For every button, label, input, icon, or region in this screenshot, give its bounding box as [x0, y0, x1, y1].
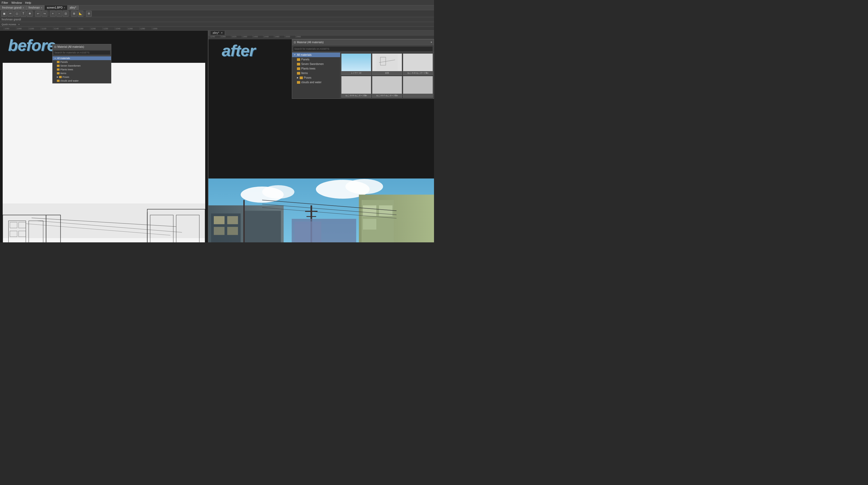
- tool-grid[interactable]: ⊞: [71, 11, 77, 17]
- folder-icon: [297, 58, 300, 61]
- material-panel-main: ⊡ Material (All materials) × ▼ All mater…: [292, 39, 434, 99]
- ruler-tick: 1100: [28, 27, 41, 30]
- ruler-tick: 1140: [53, 27, 65, 30]
- close-icon[interactable]: ×: [18, 23, 20, 26]
- material-search-input[interactable]: [293, 46, 433, 52]
- material-panel-header: ⊡ Material (All materials) ×: [292, 39, 434, 45]
- svg-rect-36: [214, 216, 224, 224]
- popup-all-materials[interactable]: ▼ All materials: [53, 56, 111, 60]
- thumb-label-1: レイヤー 10: [341, 71, 371, 75]
- menu-window[interactable]: Window: [11, 1, 22, 4]
- tree-item-plants[interactable]: Plants trees: [292, 66, 340, 71]
- popup-tree-clouds[interactable]: clouds and water: [53, 79, 111, 83]
- svg-point-32: [345, 179, 383, 194]
- folder-icon-p6: [57, 80, 60, 82]
- popup-tree: ▼ All materials Panels Seven Swordsmen P…: [53, 56, 111, 83]
- poses-label: Poses: [304, 76, 311, 79]
- menu-filter[interactable]: Filter: [2, 1, 8, 4]
- tool-ruler[interactable]: 📐: [78, 11, 84, 17]
- svg-rect-35: [243, 211, 281, 242]
- popup-all-label: All materials: [57, 57, 70, 60]
- material-thumb-1[interactable]: レイヤー 10: [341, 53, 371, 75]
- thumb-img-1: [341, 54, 371, 71]
- thumb-img-6: [403, 76, 433, 94]
- tool-fit[interactable]: ⊡: [63, 11, 69, 17]
- folder-icon-plants: [297, 67, 300, 70]
- popup-header: ⊡ Material (All materials): [53, 44, 111, 50]
- thumb-label-6: [403, 94, 433, 95]
- lineart-canvas[interactable]: [3, 63, 205, 242]
- popup-tree-seven[interactable]: Seven Swordsmen: [53, 64, 111, 68]
- all-materials-item[interactable]: ▼ All materials: [292, 53, 340, 57]
- tool-pen[interactable]: ✏: [7, 11, 13, 17]
- tab-alley[interactable]: alley*: [68, 5, 79, 10]
- material-thumb-5[interactable]: ねこ-3-0-7-ねこポーズ集s: [372, 76, 402, 98]
- material-thumb-3[interactable]: ねこ-3-10-ねこポーズ集s: [403, 53, 433, 75]
- tree-item-items[interactable]: Items: [292, 71, 340, 76]
- tab-alley-secondary[interactable]: alley* ×: [211, 31, 225, 35]
- tab-freshman[interactable]: freshman ×: [27, 5, 45, 10]
- tab-close-0[interactable]: ×: [23, 6, 24, 9]
- chevron-down-icon-popup: ▼: [54, 57, 56, 59]
- chevron-right-icon-p: ▶: [57, 76, 58, 78]
- material-thumb-2[interactable]: 絵画: [372, 53, 402, 75]
- tab-close-1[interactable]: ×: [41, 6, 42, 9]
- popup-seven-label: Seven Swordsmen: [60, 64, 81, 67]
- material-search-container: [292, 45, 434, 53]
- tab-close-2[interactable]: ×: [64, 6, 65, 9]
- sep-1: [34, 11, 34, 16]
- material-thumb-6[interactable]: [403, 76, 433, 98]
- thumb-img-4: [341, 76, 371, 94]
- ruler-tick: 1080: [16, 27, 28, 30]
- material-grid: レイヤー 10 絵画 ねこ-3-10-ねこポーズ集s ねこ-3-: [340, 53, 434, 98]
- popup-search-container: [53, 50, 111, 56]
- breadcrumb: freshman grandi: [2, 18, 21, 21]
- tree-item-clouds[interactable]: clouds and water: [292, 80, 340, 85]
- ruler-tick: 1220: [102, 27, 115, 30]
- tree-item-panels[interactable]: Panels: [292, 57, 340, 62]
- svg-rect-42: [363, 205, 376, 216]
- tab-screen1[interactable]: screen1.BPD ×: [44, 5, 67, 10]
- tool-settings[interactable]: ⚙: [86, 11, 92, 17]
- thumb-label-4: ねこ-3-0-8 ねこポーズ集s: [341, 94, 371, 97]
- close-icon-alley[interactable]: ×: [221, 31, 223, 34]
- tab-freshman-grandi[interactable]: freshman grandi ×: [0, 5, 27, 10]
- tool-undo[interactable]: ↩: [35, 11, 41, 17]
- secondary-tab-bar: alley* ×: [209, 31, 434, 35]
- material-panel-body: ▼ All materials Panels Seven Swordsmen P…: [292, 53, 434, 98]
- clouds-label: clouds and water: [301, 81, 321, 84]
- tool-zoom-in[interactable]: +: [50, 11, 56, 17]
- popup-tree-plants[interactable]: Plants trees: [53, 68, 111, 72]
- material-thumb-4[interactable]: ねこ-3-0-8 ねこポーズ集s: [341, 76, 371, 98]
- close-icon-material[interactable]: ×: [431, 41, 432, 44]
- popup-poses-label: Poses: [62, 76, 69, 78]
- thumb-label-5: ねこ-3-0-7-ねこポーズ集s: [372, 94, 402, 97]
- popup-search-input[interactable]: [53, 50, 111, 55]
- tool-select[interactable]: ▣: [1, 11, 7, 17]
- thumb-label-2: 絵画: [372, 71, 402, 75]
- popup-title: Material (All materials): [57, 45, 84, 48]
- tool-text[interactable]: T: [20, 11, 26, 17]
- menu-help[interactable]: Help: [25, 1, 31, 4]
- svg-point-30: [262, 185, 294, 199]
- menu-bar: Filter Window Help: [0, 0, 434, 5]
- popup-tree-items[interactable]: Items: [53, 72, 111, 75]
- tool-zoom-out[interactable]: −: [56, 11, 62, 17]
- tool-shape[interactable]: ◻: [14, 11, 20, 17]
- folder-icon-seven: [297, 63, 300, 65]
- popup-tree-panels[interactable]: Panels: [53, 60, 111, 64]
- popup-panels-label: Panels: [60, 61, 68, 63]
- svg-rect-43: [379, 205, 393, 216]
- folder-icon-poses: [300, 77, 303, 79]
- svg-rect-37: [227, 216, 238, 224]
- tree-item-poses[interactable]: ▶ Poses: [292, 76, 340, 80]
- popup-tree-poses[interactable]: ▶ Poses: [53, 75, 111, 79]
- ruler-tick: 1120: [41, 27, 53, 30]
- tool-redo[interactable]: ↪: [41, 11, 48, 17]
- svg-rect-68: [294, 222, 321, 242]
- material-tree: ▼ All materials Panels Seven Swordsmen P…: [292, 53, 340, 98]
- thumb-img-5: [372, 76, 402, 94]
- ruler-tick: 1160: [65, 27, 78, 30]
- tree-item-seven[interactable]: Seven Swordsmen: [292, 62, 340, 66]
- tool-move[interactable]: ✥: [27, 11, 33, 17]
